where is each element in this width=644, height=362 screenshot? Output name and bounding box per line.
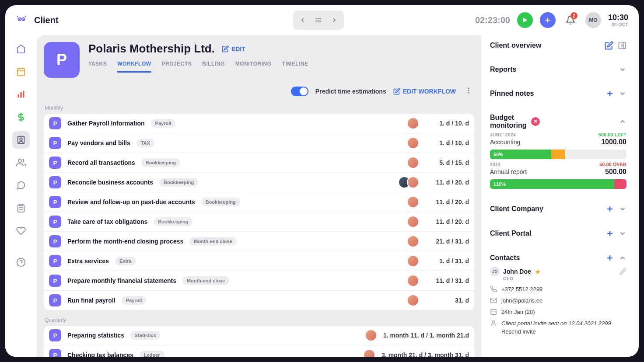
edit-workflow-button[interactable]: EDIT WORKFLOW — [393, 88, 456, 95]
app-title: Client — [34, 15, 59, 25]
task-tag: Bookkeeping — [159, 178, 198, 187]
edit-contact-icon[interactable] — [620, 268, 626, 275]
task-title: Reconcile business accounts — [67, 179, 153, 186]
task-row[interactable]: PReconcile business accountsBookkeeping1… — [44, 173, 474, 192]
assignee-avatar — [407, 117, 419, 129]
user-avatar[interactable]: MO — [585, 12, 601, 28]
task-date: 21. d / 31. d — [425, 238, 469, 245]
tab-projects[interactable]: PROJECTS — [162, 61, 192, 73]
task-icon: P — [49, 117, 61, 129]
play-button[interactable] — [517, 12, 533, 28]
add-icon[interactable] — [606, 205, 614, 213]
nav-list-button[interactable] — [311, 12, 326, 28]
add-icon[interactable] — [606, 229, 614, 238]
overview-title: Client overview — [490, 42, 600, 49]
task-row[interactable]: PPay vendors and billsTAX1. d / 10. d — [44, 133, 474, 153]
edit-overview-icon[interactable] — [605, 41, 613, 50]
client-portal-title: Client Portal — [490, 230, 601, 237]
budget-alert-icon[interactable]: ✕ — [531, 117, 540, 126]
users-icon[interactable] — [12, 154, 30, 171]
chevron-down-icon[interactable] — [619, 90, 626, 97]
predict-toggle[interactable] — [291, 87, 308, 96]
task-date: 3. month 21. d / 3. month 31. d — [382, 352, 469, 357]
assignee-avatar — [407, 176, 419, 188]
budget-name: Annual report — [490, 168, 527, 175]
chevron-down-icon[interactable] — [619, 66, 626, 73]
svg-point-2 — [19, 19, 20, 20]
calendar-icon[interactable] — [12, 63, 30, 80]
tab-workflow[interactable]: WORKFLOW — [117, 61, 151, 73]
chart-icon[interactable] — [12, 86, 30, 103]
chat-icon[interactable] — [12, 177, 30, 194]
assignee-avatar — [365, 329, 377, 341]
chevron-down-icon[interactable] — [619, 230, 626, 237]
task-row[interactable]: PRun final payrollPayroll31. d — [44, 291, 474, 310]
resend-invite-link[interactable]: Resend invite — [501, 328, 626, 335]
task-tag: Bookkeeping — [154, 217, 192, 226]
contact-phone: +372 5512 2299 — [490, 285, 626, 292]
task-list: PGather Payroll InformationPayroll1. d /… — [44, 114, 474, 310]
tab-billing[interactable]: BILLING — [202, 61, 225, 73]
task-tag: Month-end close — [189, 237, 236, 246]
task-tag: Payroll — [122, 296, 147, 305]
tab-monitoring[interactable]: MONITORING — [235, 61, 272, 73]
task-row[interactable]: PPerform the month-end closing processMo… — [44, 232, 474, 251]
task-row[interactable]: PGather Payroll InformationPayroll1. d /… — [44, 114, 474, 133]
tab-tasks[interactable]: TASKS — [88, 61, 107, 73]
task-tag: Extra — [115, 257, 136, 265]
task-row[interactable]: PRecord all transactionsBookkeeping5. d … — [44, 153, 474, 173]
task-tag: Payroll — [151, 119, 176, 128]
task-tag: TAX — [136, 139, 154, 147]
task-tag: Month-end close — [182, 276, 229, 285]
task-row[interactable]: PChecking tax balancesLedger3. month 21.… — [44, 345, 474, 357]
task-row[interactable]: PPrepare monthly financial statementsMon… — [44, 271, 474, 291]
svg-point-30 — [468, 90, 469, 91]
contact-avatar: JD — [490, 267, 500, 276]
svg-point-9 — [316, 21, 316, 22]
contact-name: John Doe — [503, 268, 531, 275]
task-row[interactable]: PTake care of tax obligationsBookkeeping… — [44, 212, 474, 232]
chevron-down-icon[interactable] — [619, 205, 626, 213]
collapse-panel-icon[interactable] — [618, 41, 626, 50]
heart-icon[interactable] — [12, 222, 30, 240]
task-title: Extra services — [67, 258, 109, 265]
dollar-icon[interactable] — [12, 108, 30, 126]
svg-point-31 — [468, 92, 469, 94]
svg-point-23 — [18, 159, 21, 162]
task-icon: P — [49, 329, 61, 341]
task-row[interactable]: PReview and follow-up on past-due accoun… — [44, 192, 474, 212]
task-row[interactable]: PPreparing statisticsStatistics1. month … — [44, 326, 474, 345]
task-tag: Bookkeeping — [201, 198, 240, 206]
notifications-button[interactable]: 2 — [563, 12, 578, 28]
chevron-up-icon[interactable] — [619, 254, 626, 262]
chevron-up-icon[interactable] — [619, 118, 626, 125]
svg-marker-10 — [523, 18, 527, 23]
nav-next-button[interactable] — [326, 12, 342, 28]
tab-timeline[interactable]: TIMELINE — [282, 61, 308, 73]
budget-period: JUNE' 2024 — [490, 132, 516, 137]
task-date: 1. month 11. d / 1. month 21.d — [383, 332, 469, 339]
assignee-avatar — [407, 157, 419, 169]
contact-role: CEO — [503, 276, 626, 281]
task-title: Gather Payroll Information — [67, 120, 145, 127]
more-button[interactable] — [463, 85, 474, 98]
task-tag: Ledger — [140, 351, 164, 357]
svg-point-8 — [316, 20, 316, 20]
add-button[interactable] — [540, 12, 556, 28]
contacts-icon[interactable] — [12, 131, 30, 149]
add-contact-icon[interactable] — [606, 254, 614, 262]
help-icon[interactable] — [12, 254, 30, 271]
task-title: Perform the month-end closing process — [67, 238, 183, 245]
home-icon[interactable] — [12, 40, 30, 58]
task-date: 11. d / 31. d — [425, 277, 469, 284]
topbar: Client 02:23:00 2 MO 10:30 20 OCT — [5, 5, 639, 35]
edit-client-button[interactable]: EDIT — [222, 45, 245, 52]
add-note-icon[interactable] — [606, 89, 614, 98]
budget-period: 2024 — [490, 162, 500, 167]
clipboard-icon[interactable] — [12, 199, 30, 217]
nav-prev-button[interactable] — [295, 12, 311, 28]
task-row[interactable]: PExtra servicesExtra1. d / 31. d — [44, 251, 474, 271]
task-tag: Bookkeeping — [141, 158, 180, 167]
task-date: 1. d / 31. d — [425, 258, 469, 265]
client-company-title: Client Company — [490, 205, 601, 213]
